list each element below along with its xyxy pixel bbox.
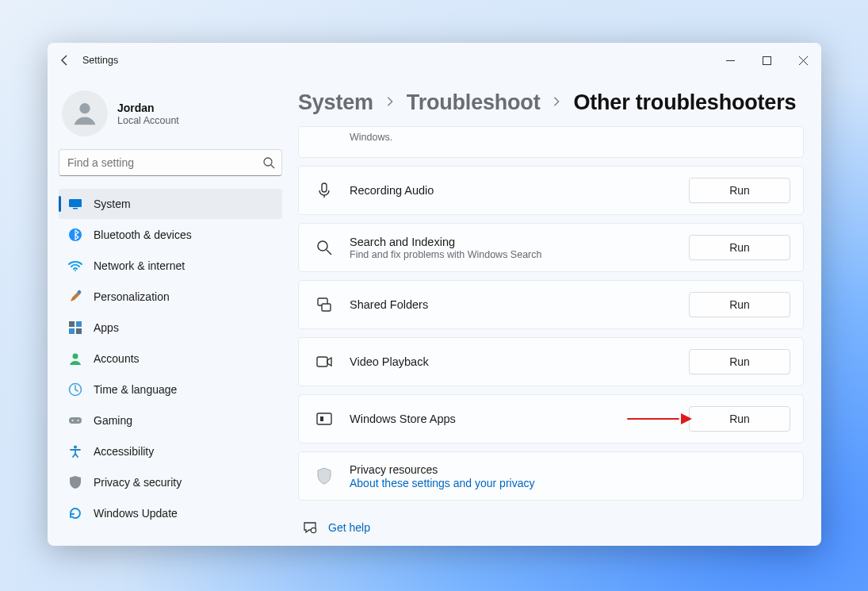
- sidebar-item-label: Windows Update: [94, 507, 274, 520]
- sidebar-item-label: Privacy & security: [94, 476, 274, 489]
- privacy-link[interactable]: About these settings and your privacy: [350, 477, 790, 489]
- wifi-icon: [68, 259, 82, 273]
- troubleshooter-label: Recording Audio: [350, 184, 673, 197]
- svg-point-21: [74, 446, 77, 449]
- breadcrumb: System Troubleshoot Other troubleshooter…: [298, 86, 804, 126]
- svg-rect-26: [322, 304, 331, 311]
- sidebar-item-label: Accounts: [94, 352, 274, 365]
- close-button[interactable]: [785, 48, 821, 73]
- run-button-shared-folders[interactable]: Run: [689, 292, 790, 317]
- magnifier-icon: [315, 238, 334, 257]
- svg-rect-29: [320, 416, 323, 421]
- sidebar-item-apps[interactable]: Apps: [59, 313, 282, 343]
- crumb-other-troubleshooters: Other troubleshooters: [573, 90, 796, 115]
- sidebar-item-system[interactable]: System: [59, 189, 282, 219]
- sidebar-item-label: Personalization: [94, 290, 274, 303]
- run-button-video-playback[interactable]: Run: [689, 349, 790, 374]
- search-input[interactable]: [67, 156, 262, 169]
- troubleshooter-desc: Windows.: [350, 132, 790, 143]
- sidebar-item-personalization[interactable]: Personalization: [59, 282, 282, 312]
- svg-rect-28: [317, 413, 331, 424]
- sidebar-item-accessibility[interactable]: Accessibility: [59, 436, 282, 466]
- svg-rect-27: [317, 357, 327, 366]
- troubleshooter-card-shared-folders: Shared Folders Run: [298, 280, 804, 329]
- titlebar-left: Settings: [59, 54, 118, 67]
- paintbrush-icon: [68, 290, 82, 304]
- user-icon: [70, 98, 100, 129]
- shield-outline-icon: [315, 466, 334, 485]
- troubleshooter-label: Video Playback: [350, 355, 673, 368]
- bluetooth-icon: [68, 228, 82, 242]
- sidebar-item-time-language[interactable]: Time & language: [59, 374, 282, 405]
- main-content: System Troubleshoot Other troubleshooter…: [293, 78, 821, 546]
- store-apps-icon: [315, 409, 334, 428]
- svg-rect-15: [76, 328, 82, 334]
- person-icon: [68, 351, 82, 366]
- close-icon: [799, 56, 808, 65]
- minimize-button[interactable]: [712, 48, 748, 73]
- monitor-icon: [68, 197, 82, 211]
- svg-point-20: [78, 420, 79, 421]
- svg-point-10: [75, 270, 76, 271]
- svg-point-30: [311, 528, 315, 532]
- back-button[interactable]: [59, 54, 71, 67]
- sidebar-item-label: Apps: [94, 321, 274, 334]
- sidebar-item-label: System: [94, 198, 274, 210]
- svg-point-5: [264, 158, 272, 166]
- run-button-search-indexing[interactable]: Run: [689, 235, 790, 260]
- maximize-icon: [763, 56, 771, 65]
- footer-help: Get help: [298, 508, 804, 535]
- troubleshooter-card-recording-audio: Recording Audio Run: [298, 166, 804, 215]
- troubleshooter-card-video-playback: Video Playback Run: [298, 337, 804, 386]
- svg-rect-12: [69, 321, 75, 327]
- sidebar-item-network[interactable]: Network & internet: [59, 251, 282, 281]
- sidebar-item-bluetooth[interactable]: Bluetooth & devices: [59, 220, 282, 250]
- search-box[interactable]: [59, 149, 282, 176]
- arrow-left-icon: [59, 54, 71, 67]
- troubleshooter-card-partial: Windows.: [298, 126, 804, 158]
- troubleshooter-label: Search and Indexing: [350, 236, 673, 248]
- shared-folder-icon: [315, 295, 334, 314]
- search-icon: [262, 156, 275, 169]
- sidebar-item-windows-update[interactable]: Windows Update: [59, 498, 282, 528]
- video-icon: [315, 352, 334, 371]
- crumb-system[interactable]: System: [298, 90, 373, 115]
- troubleshooter-label: Shared Folders: [350, 298, 673, 311]
- window-controls: [712, 48, 821, 73]
- apps-grid-icon: [68, 320, 82, 335]
- get-help-link[interactable]: Get help: [328, 521, 370, 534]
- sidebar-item-label: Gaming: [94, 414, 274, 427]
- microphone-icon: [315, 181, 334, 200]
- svg-rect-8: [73, 208, 78, 209]
- account-type: Local Account: [117, 115, 179, 126]
- account-name: Jordan: [117, 102, 179, 114]
- sidebar-item-label: Accessibility: [94, 445, 274, 458]
- svg-point-16: [73, 354, 78, 359]
- shield-icon: [68, 475, 82, 489]
- sidebar-item-label: Network & internet: [94, 259, 274, 272]
- troubleshooter-card-windows-store-apps: Windows Store Apps Run: [298, 394, 804, 443]
- minimize-icon: [726, 56, 735, 65]
- svg-point-19: [72, 420, 74, 421]
- run-button-windows-store-apps[interactable]: Run: [689, 406, 790, 432]
- clock-globe-icon: [68, 382, 82, 397]
- run-button-recording-audio[interactable]: Run: [689, 178, 790, 203]
- update-icon: [68, 506, 82, 520]
- crumb-troubleshoot[interactable]: Troubleshoot: [407, 90, 541, 115]
- troubleshooter-card-search-indexing: Search and Indexing Find and fix problem…: [298, 223, 804, 272]
- troubleshooter-list: Windows. Recording Audio Run Search and …: [298, 126, 804, 508]
- svg-rect-7: [69, 199, 82, 207]
- sidebar-item-privacy[interactable]: Privacy & security: [59, 467, 282, 497]
- account-block[interactable]: Jordan Local Account: [59, 86, 282, 144]
- sidebar-item-gaming[interactable]: Gaming: [59, 405, 282, 436]
- titlebar: Settings: [48, 43, 821, 78]
- sidebar-item-accounts[interactable]: Accounts: [59, 343, 282, 374]
- accessibility-icon: [68, 444, 82, 459]
- svg-point-4: [79, 103, 90, 113]
- help-chat-icon: [303, 520, 317, 535]
- svg-line-24: [327, 250, 331, 255]
- svg-rect-1: [763, 56, 770, 64]
- troubleshooter-label: Windows Store Apps: [350, 413, 673, 425]
- svg-line-6: [271, 165, 274, 168]
- maximize-button[interactable]: [748, 48, 785, 73]
